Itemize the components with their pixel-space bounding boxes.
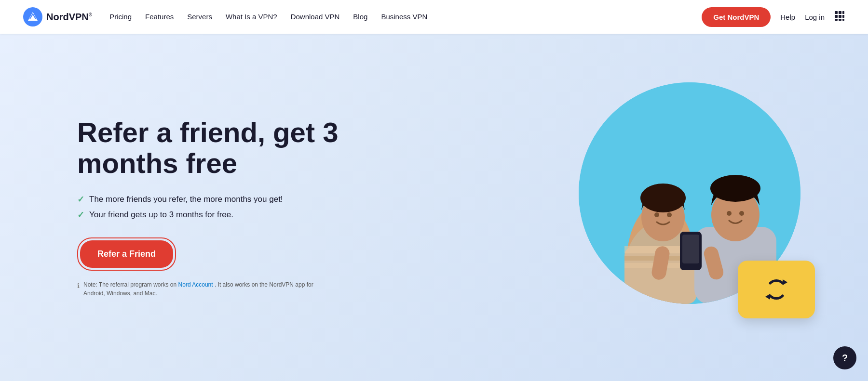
note-text: ℹ Note: The referral program works on No… xyxy=(77,280,318,298)
bullet-1: ✓ The more friends you refer, the more m… xyxy=(77,194,366,205)
svg-point-29 xyxy=(739,211,744,216)
nav-item-business-vpn[interactable]: Business VPN xyxy=(381,13,427,21)
nav-item-servers[interactable]: Servers xyxy=(187,13,212,21)
nav-links: Pricing Features Servers What Is a VPN? … xyxy=(109,13,427,21)
hero-content: Refer a friend, get 3 months free ✓ The … xyxy=(77,117,366,298)
refer-button-wrapper: Refer a Friend xyxy=(77,237,176,271)
svg-marker-30 xyxy=(783,279,787,285)
svg-rect-6 xyxy=(842,15,844,18)
hero-section: Refer a friend, get 3 months free ✓ The … xyxy=(0,34,868,381)
orange-card xyxy=(738,261,815,318)
get-nordvpn-button[interactable]: Get NordVPN xyxy=(702,7,771,27)
checkmark-1: ✓ xyxy=(77,194,84,205)
nav-item-download-vpn[interactable]: Download VPN xyxy=(291,13,340,21)
apps-grid-icon[interactable] xyxy=(834,11,845,23)
refer-friend-button[interactable]: Refer a Friend xyxy=(80,240,173,268)
svg-rect-23 xyxy=(682,235,699,263)
svg-point-27 xyxy=(667,212,672,217)
svg-point-26 xyxy=(654,212,659,217)
svg-rect-9 xyxy=(842,19,844,21)
svg-rect-1 xyxy=(835,11,838,14)
hero-image-container xyxy=(579,82,810,333)
nav-right: Get NordVPN Help Log in xyxy=(702,7,845,27)
hero-title: Refer a friend, get 3 months free xyxy=(77,117,366,179)
login-link[interactable]: Log in xyxy=(805,13,825,21)
refresh-icon xyxy=(760,273,793,306)
nav-item-blog[interactable]: Blog xyxy=(353,13,367,21)
svg-rect-2 xyxy=(839,11,841,14)
svg-marker-31 xyxy=(765,294,770,300)
logo-text: NordVPN® xyxy=(46,12,92,23)
svg-point-28 xyxy=(727,211,732,216)
svg-rect-5 xyxy=(839,15,841,18)
svg-rect-7 xyxy=(835,19,838,21)
help-link[interactable]: Help xyxy=(780,13,795,21)
hero-bullets: ✓ The more friends you refer, the more m… xyxy=(77,194,366,220)
svg-rect-3 xyxy=(842,11,844,14)
nav-item-features[interactable]: Features xyxy=(145,13,174,21)
support-button[interactable]: ? xyxy=(833,346,856,369)
svg-point-21 xyxy=(710,175,760,202)
nav-item-pricing[interactable]: Pricing xyxy=(109,13,132,21)
navbar: NordVPN® Pricing Features Servers What I… xyxy=(0,0,868,34)
bullet-2: ✓ Your friend gets up to 3 months for fr… xyxy=(77,210,366,220)
checkmark-2: ✓ xyxy=(77,210,84,220)
svg-rect-4 xyxy=(835,15,838,18)
info-icon: ℹ xyxy=(77,281,80,291)
logo[interactable]: NordVPN® xyxy=(23,7,92,26)
svg-point-18 xyxy=(640,184,686,212)
nav-item-what-is-vpn[interactable]: What Is a VPN? xyxy=(226,13,277,21)
nord-account-link[interactable]: Nord Account xyxy=(178,281,213,288)
nordvpn-logo-icon xyxy=(23,7,42,26)
svg-rect-8 xyxy=(839,19,841,21)
nav-left: NordVPN® Pricing Features Servers What I… xyxy=(23,7,427,26)
